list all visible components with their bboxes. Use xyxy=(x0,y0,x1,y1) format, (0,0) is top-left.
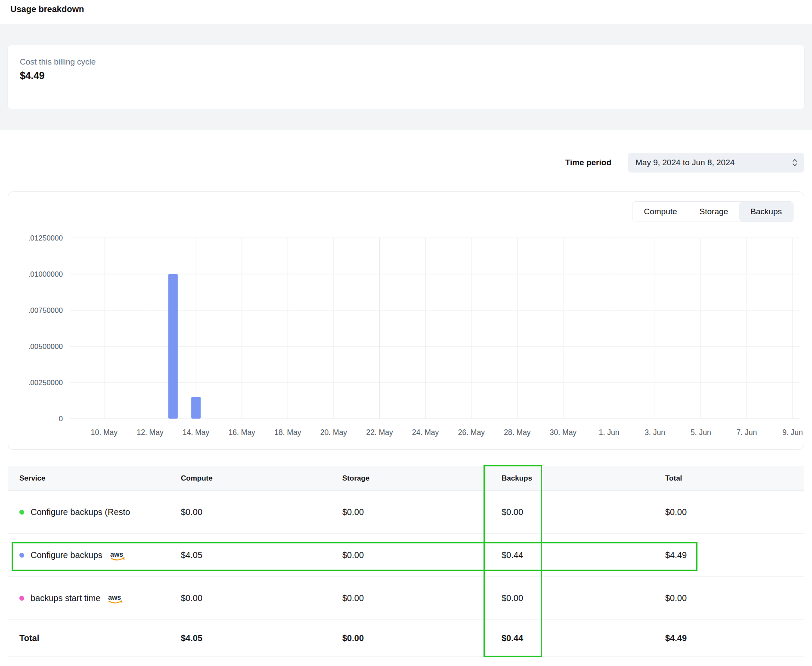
usage-chart-card: Compute Storage Backups 10. May12. May14… xyxy=(8,191,804,450)
backups-value: $0.00 xyxy=(490,593,654,603)
aws-logo: aws xyxy=(107,594,124,605)
svg-text:aws: aws xyxy=(110,551,123,558)
compute-value: $0.00 xyxy=(169,593,331,603)
column-header-total: Total xyxy=(654,474,804,483)
aws-logo: aws xyxy=(109,551,126,562)
page-header: Usage breakdown xyxy=(0,0,812,24)
chart-tab-group: Compute Storage Backups xyxy=(632,201,793,222)
chevron-updown-icon xyxy=(791,157,798,168)
cost-cycle-label: Cost this billing cycle xyxy=(20,57,792,67)
legend-dot-blue xyxy=(19,553,24,558)
service-name: backups start time xyxy=(31,593,100,603)
legend-dot-pink xyxy=(19,596,24,601)
x-axis-tick-label: 5. Jun xyxy=(691,428,711,437)
total-compute-value: $4.05 xyxy=(169,633,331,643)
y-axis-tick-label: .01000000 xyxy=(28,270,63,278)
billing-summary-card: Cost this billing cycle $4.49 xyxy=(8,45,804,109)
y-axis-tick-label: .01250000 xyxy=(28,234,63,242)
time-period-value: May 9, 2024 to Jun 8, 2024 xyxy=(635,158,735,167)
x-axis-tick-label: 3. Jun xyxy=(645,428,665,437)
x-axis-tick-label: 18. May xyxy=(274,428,301,437)
tab-compute[interactable]: Compute xyxy=(632,202,688,222)
storage-value: $0.00 xyxy=(331,507,490,517)
total-value: $0.00 xyxy=(654,507,804,517)
table-header-row: Service Compute Storage Backups Total xyxy=(8,466,804,491)
total-row-label: Total xyxy=(8,633,169,643)
y-axis-tick-label: .00750000 xyxy=(28,306,63,314)
storage-value: $0.00 xyxy=(331,550,490,560)
y-axis-tick-label: .00500000 xyxy=(28,342,63,351)
x-axis-tick-label: 9. Jun xyxy=(782,428,803,437)
x-axis-tick-label: 24. May xyxy=(412,428,439,437)
table-row-backups-start-time: backups start time aws $0.00 $0.00 $0.00… xyxy=(8,577,804,620)
chart-bar xyxy=(191,397,201,419)
x-axis-tick-label: 14. May xyxy=(183,428,209,437)
service-name: Configure backups xyxy=(31,550,102,560)
total-total-value: $4.49 xyxy=(654,633,804,643)
table-total-row: Total $4.05 $0.00 $0.44 $4.49 xyxy=(8,620,804,657)
total-storage-value: $0.00 xyxy=(331,633,490,643)
x-axis-tick-label: 20. May xyxy=(320,428,347,437)
x-axis-tick-label: 10. May xyxy=(91,428,118,437)
table-row-configure-backups: Configure backups aws $4.05 $0.00 $0.44 … xyxy=(8,534,804,577)
x-axis-tick-label: 28. May xyxy=(504,428,530,437)
compute-value: $4.05 xyxy=(169,550,331,560)
cost-cycle-amount: $4.49 xyxy=(20,70,792,82)
backups-value: $0.44 xyxy=(490,550,654,560)
backups-value: $0.00 xyxy=(490,507,654,517)
column-header-service: Service xyxy=(8,474,169,483)
y-axis-tick-label: 0 xyxy=(59,415,63,423)
service-cell: Configure backups (Resto xyxy=(8,507,169,517)
storage-value: $0.00 xyxy=(331,593,490,603)
service-cell: backups start time aws xyxy=(8,592,169,605)
column-header-storage: Storage xyxy=(331,474,490,483)
column-header-backups: Backups xyxy=(490,474,654,483)
tab-backups[interactable]: Backups xyxy=(739,202,793,222)
time-period-select[interactable]: May 9, 2024 to Jun 8, 2024 xyxy=(628,153,804,173)
x-axis-tick-label: 30. May xyxy=(550,428,576,437)
svg-text:aws: aws xyxy=(108,594,121,601)
time-period-row: Time period May 9, 2024 to Jun 8, 2024 xyxy=(8,153,804,173)
total-backups-value: $0.44 xyxy=(490,633,654,643)
usage-table: Service Compute Storage Backups Total Co… xyxy=(8,466,804,657)
total-value: $0.00 xyxy=(654,593,804,603)
legend-dot-green xyxy=(19,510,24,515)
service-name: Configure backups (Resto xyxy=(31,507,130,517)
table-row-configure-backups-restore: Configure backups (Resto $0.00 $0.00 $0.… xyxy=(8,491,804,534)
tab-storage[interactable]: Storage xyxy=(688,202,740,222)
service-cell: Configure backups aws xyxy=(8,549,169,562)
x-axis-tick-label: 12. May xyxy=(136,428,163,437)
billing-summary-band: Cost this billing cycle $4.49 xyxy=(0,24,812,130)
x-axis-tick-label: 22. May xyxy=(366,428,393,437)
page-title: Usage breakdown xyxy=(10,4,802,14)
time-period-label: Time period xyxy=(565,158,611,167)
y-axis-tick-label: .00250000 xyxy=(28,379,63,387)
compute-value: $0.00 xyxy=(169,507,331,517)
x-axis-tick-label: 1. Jun xyxy=(599,428,620,437)
chart-bar xyxy=(168,274,178,419)
x-axis-tick-label: 26. May xyxy=(458,428,485,437)
x-axis-tick-label: 7. Jun xyxy=(737,428,757,437)
usage-bar-chart: 10. May12. May14. May16. May18. May20. M… xyxy=(9,231,803,447)
total-value: $4.49 xyxy=(654,550,804,560)
column-header-compute: Compute xyxy=(169,474,331,483)
x-axis-tick-label: 16. May xyxy=(229,428,255,437)
